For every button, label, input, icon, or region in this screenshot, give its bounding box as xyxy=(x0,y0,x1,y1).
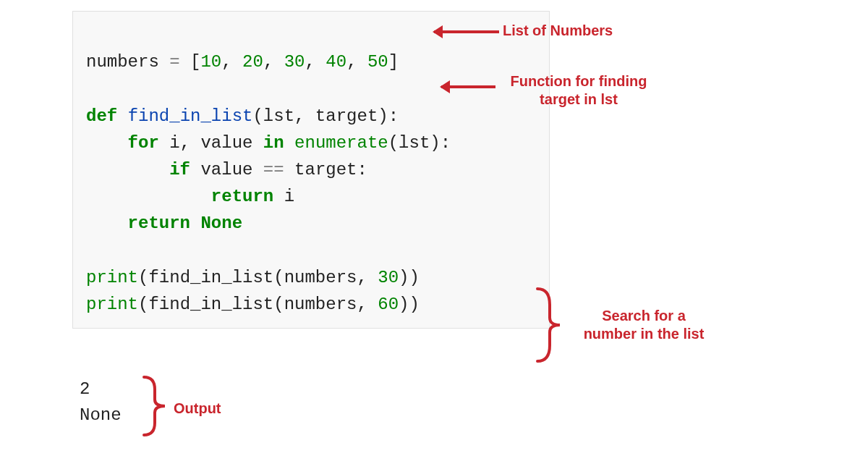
brace-icon xyxy=(534,285,570,365)
output-line-2: None xyxy=(80,402,122,428)
code-line-4: for i, value in enumerate(lst): xyxy=(86,133,451,153)
code-block: numbers = [10, 20, 30, 40, 50] def find_… xyxy=(72,11,550,329)
code-line-6: return i xyxy=(86,187,294,206)
annotation-search-number: Search for a number in the list xyxy=(571,307,716,343)
code-line-5: if value == target: xyxy=(86,160,367,180)
annotation-function-finding: Function for finding target in lst xyxy=(503,72,655,109)
code-line-7: return None xyxy=(86,214,242,233)
output-block: 2 None xyxy=(80,376,122,428)
annotation-output: Output xyxy=(174,400,221,418)
brace-icon xyxy=(140,373,176,439)
code-line-9: print(find_in_list(numbers, 30)) xyxy=(86,268,420,287)
arrow-icon xyxy=(441,85,495,88)
code-line-10: print(find_in_list(numbers, 60)) xyxy=(86,295,420,314)
output-line-1: 2 xyxy=(80,376,122,402)
arrow-icon xyxy=(434,30,499,33)
annotation-list-of-numbers: List of Numbers xyxy=(503,22,613,40)
code-line-1: numbers = [10, 20, 30, 40, 50] xyxy=(86,52,399,72)
code-line-3: def find_in_list(lst, target): xyxy=(86,106,399,126)
